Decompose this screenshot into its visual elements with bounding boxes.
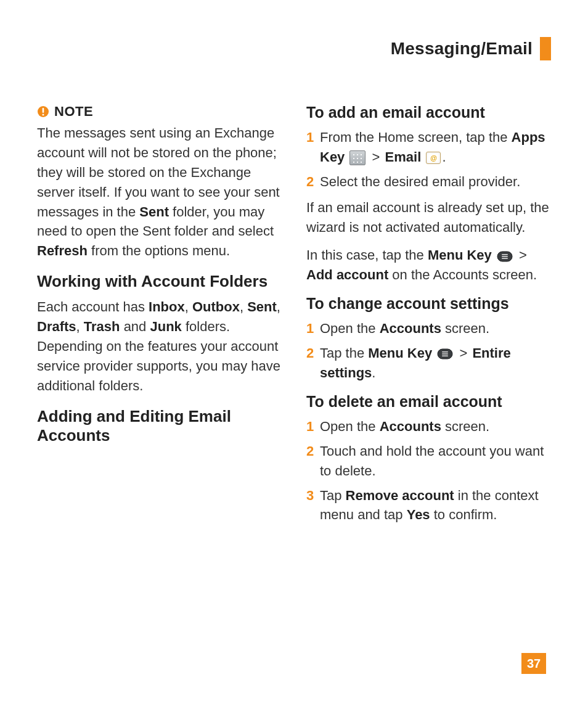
text: Tap the — [320, 345, 368, 361]
svg-rect-1 — [43, 108, 44, 113]
note-label: NOTE — [54, 104, 93, 120]
body-paragraph: In this case, tap the Menu Key > Add acc… — [306, 245, 551, 285]
body-paragraph: If an email account is already set up, t… — [306, 198, 551, 237]
step-list: From the Home screen, tap the Apps Key >… — [306, 128, 551, 192]
bold-text: Add account — [306, 267, 388, 282]
chevron-text: > — [454, 345, 472, 361]
svg-rect-9 — [442, 354, 448, 355]
subsection-heading: To delete an email account — [306, 393, 551, 411]
text: Tap — [320, 488, 346, 503]
section-account-folders: Working with Account Folders Each accoun… — [37, 272, 282, 395]
text: Select the desired email provider. — [320, 174, 520, 189]
menu-key-icon — [437, 348, 453, 359]
text: , — [76, 319, 84, 334]
step-item: Select the desired email provider. — [306, 172, 551, 192]
text: screen. — [441, 419, 489, 434]
step-list: Open the Accounts screen. Tap the Menu K… — [306, 319, 551, 383]
alert-icon — [37, 105, 49, 118]
section-heading: Working with Account Folders — [37, 272, 282, 291]
text: to confirm. — [430, 507, 497, 522]
text: on the Accounts screen. — [388, 267, 537, 282]
subsection-change-settings: To change account settings Open the Acco… — [306, 295, 551, 383]
text: , — [240, 299, 247, 314]
text: and — [120, 319, 150, 334]
bold-text: Email — [385, 149, 422, 165]
chevron-text: > — [367, 149, 385, 165]
text: Each account has — [37, 299, 149, 314]
text: . — [372, 365, 375, 380]
step-item: Tap Remove account in the context menu a… — [306, 486, 551, 525]
bold-text: Accounts — [380, 419, 441, 434]
bold-text: Menu Key — [428, 247, 492, 263]
svg-point-2 — [43, 114, 44, 116]
page-header: Messaging/Email — [37, 37, 551, 60]
text: From the Home screen, tap the — [320, 129, 512, 145]
bold-text: Inbox — [149, 299, 185, 314]
bold-text: Accounts — [380, 321, 441, 336]
bold-text: Trash — [84, 319, 120, 334]
svg-rect-6 — [502, 258, 508, 259]
bold-text: Menu Key — [368, 345, 432, 361]
step-list: Open the Accounts screen. Touch and hold… — [306, 417, 551, 525]
text: . — [442, 149, 446, 165]
step-item: From the Home screen, tap the Apps Key >… — [306, 128, 551, 167]
note-paragraph: The messages sent using an Exchange acco… — [37, 123, 282, 261]
note-block: NOTE The messages sent using an Exchange… — [37, 104, 282, 261]
subsection-delete-account: To delete an email account Open the Acco… — [306, 393, 551, 525]
step-item: Touch and hold the account you want to d… — [306, 441, 551, 481]
page-title: Messaging/Email — [391, 39, 533, 59]
section-add-edit-accounts: Adding and Editing Email Accounts — [37, 407, 282, 445]
email-app-icon — [426, 152, 441, 164]
text: screen. — [441, 321, 489, 336]
svg-rect-4 — [502, 254, 508, 255]
bold-text: Outbox — [192, 299, 240, 314]
apps-key-icon — [349, 150, 365, 165]
text: , — [277, 299, 280, 314]
step-item: Open the Accounts screen. — [306, 319, 551, 339]
svg-rect-8 — [442, 351, 448, 353]
bold-text: Sent — [247, 299, 277, 314]
bold-text: Remove account — [346, 488, 454, 503]
subsection-heading: To change account settings — [306, 295, 551, 313]
section-heading: Adding and Editing Email Accounts — [37, 407, 282, 445]
text: Touch and hold the account you want to d… — [320, 443, 544, 478]
text: Open the — [320, 321, 380, 336]
bold-text: Refresh — [37, 243, 88, 258]
svg-rect-5 — [502, 256, 508, 257]
menu-key-icon — [497, 251, 513, 262]
text: Open the — [320, 419, 380, 434]
subsection-add-account: To add an email account From the Home sc… — [306, 104, 551, 285]
body-paragraph: Each account has Inbox, Outbox, Sent, Dr… — [37, 297, 282, 395]
bold-text: Junk — [150, 319, 181, 334]
page-number: 37 — [521, 653, 546, 674]
text: from the options menu. — [88, 243, 230, 258]
bold-text: Drafts — [37, 319, 76, 334]
text: , — [185, 299, 192, 314]
chevron-text: > — [514, 247, 528, 263]
bold-text: Sent — [139, 204, 169, 220]
step-item: Open the Accounts screen. — [306, 417, 551, 437]
svg-rect-10 — [442, 356, 448, 357]
bold-text: Yes — [407, 507, 430, 522]
subsection-heading: To add an email account — [306, 104, 551, 121]
header-accent-bar — [540, 37, 551, 60]
text: In this case, tap the — [306, 247, 428, 263]
step-item: Tap the Menu Key > Entire settings. — [306, 343, 551, 383]
